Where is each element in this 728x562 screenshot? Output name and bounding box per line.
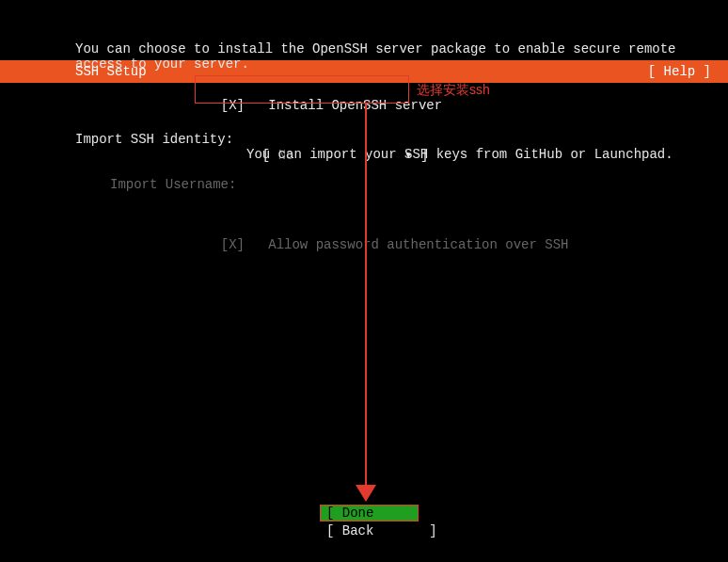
allow-password-checkbox: [X] Allow password authentication over S… [205, 222, 728, 252]
done-button[interactable]: [ Done ] [320, 505, 419, 522]
intro-line-1: You can choose to install the OpenSSH se… [75, 41, 728, 56]
import-identity-help: You can import your SSH keys from GitHub… [246, 147, 728, 162]
intro-line-2: access to your server. [75, 56, 728, 72]
annotation-text: 选择安装ssh [417, 82, 490, 99]
import-username-label: Import Username: [110, 177, 728, 192]
back-button[interactable]: [ Back ] [321, 522, 418, 539]
allow-password-label: Allow password authentication over SSH [268, 237, 568, 252]
highlight-box [195, 75, 409, 104]
annotation-arrow-line [365, 104, 367, 490]
checkbox-mark: [X] [221, 237, 245, 252]
annotation-arrow-head-icon [356, 485, 376, 502]
